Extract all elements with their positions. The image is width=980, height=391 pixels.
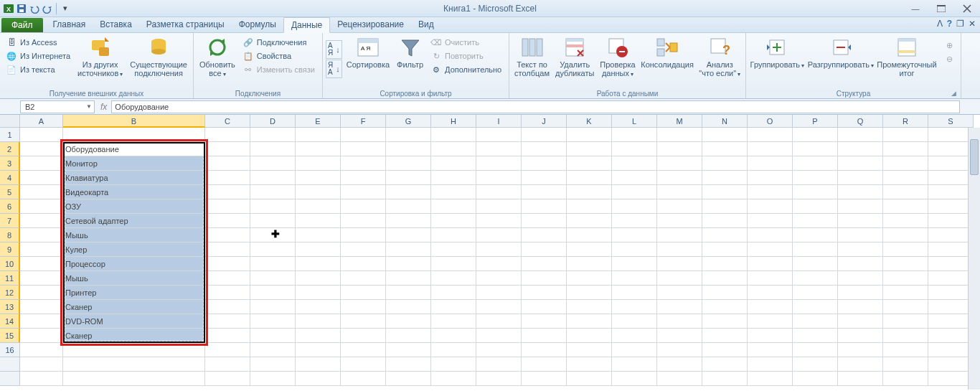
cell-D16[interactable] [250, 343, 296, 357]
cell-L8[interactable] [612, 228, 657, 242]
cell-N5[interactable] [702, 185, 748, 199]
refresh-all-button[interactable]: Обновить все▾ [197, 34, 238, 80]
cell-F13[interactable] [341, 300, 386, 314]
cell-H4[interactable] [431, 171, 476, 185]
cell-I1[interactable] [476, 128, 522, 142]
cell-F16[interactable] [341, 343, 386, 357]
cell-R7[interactable] [883, 214, 928, 228]
cell-H[interactable] [431, 357, 476, 372]
cell-R10[interactable] [883, 257, 928, 271]
cell-C9[interactable] [205, 242, 250, 257]
cell-S9[interactable] [928, 242, 974, 257]
cell-M3[interactable] [657, 156, 702, 171]
cell-P15[interactable] [793, 329, 838, 343]
cell-S10[interactable] [928, 257, 974, 271]
cell-B9[interactable]: Кулер [63, 242, 205, 257]
cell-M8[interactable] [657, 228, 702, 242]
cell-O10[interactable] [748, 257, 793, 271]
cell-Q3[interactable] [838, 156, 883, 171]
cell-J7[interactable] [522, 214, 567, 228]
cell-D3[interactable] [250, 156, 296, 171]
cell-L5[interactable] [612, 185, 657, 199]
cell-O14[interactable] [748, 314, 793, 329]
ungroup-button[interactable]: Разгруппировать▾ [807, 34, 875, 72]
col-header-A[interactable]: A [20, 115, 63, 128]
cell-Q5[interactable] [838, 185, 883, 199]
cell-K3[interactable] [567, 156, 612, 171]
cell-S3[interactable] [928, 156, 974, 171]
cell-I13[interactable] [476, 300, 522, 314]
cell-G13[interactable] [386, 300, 431, 314]
col-header-E[interactable]: E [296, 115, 341, 128]
cell-L2[interactable] [612, 142, 657, 156]
cell-I11[interactable] [476, 271, 522, 286]
cell-N11[interactable] [702, 271, 748, 286]
cell-Q1[interactable] [838, 128, 883, 142]
cell-L13[interactable] [612, 300, 657, 314]
cell-O[interactable] [748, 357, 793, 372]
cell-G5[interactable] [386, 185, 431, 199]
cell-H13[interactable] [431, 300, 476, 314]
cell-J4[interactable] [522, 171, 567, 185]
cell-F8[interactable] [341, 228, 386, 242]
cell-O13[interactable] [748, 300, 793, 314]
consolidate-button[interactable]: Консолидация [639, 34, 696, 70]
cell-O1[interactable] [748, 128, 793, 142]
cell-P14[interactable] [793, 314, 838, 329]
cell-R[interactable] [883, 357, 928, 372]
cell-R3[interactable] [883, 156, 928, 171]
from-text-button[interactable]: 📄Из текста [3, 63, 73, 76]
cell-F[interactable] [341, 357, 386, 372]
undo-icon[interactable] [29, 3, 40, 14]
minimize-ribbon-icon[interactable]: ᐱ [937, 19, 943, 29]
cell-H6[interactable] [431, 199, 476, 214]
cell-H[interactable] [431, 372, 476, 386]
cell-R15[interactable] [883, 329, 928, 343]
cell-P16[interactable] [793, 343, 838, 357]
cell-K10[interactable] [567, 257, 612, 271]
row-header-8[interactable]: 8 [0, 228, 20, 242]
col-header-J[interactable]: J [522, 115, 567, 128]
cell-J[interactable] [522, 357, 567, 372]
col-header-N[interactable]: N [702, 115, 748, 128]
row-header-[interactable] [0, 357, 20, 372]
cell-P7[interactable] [793, 214, 838, 228]
cell-L11[interactable] [612, 271, 657, 286]
cell-A16[interactable] [20, 343, 63, 357]
cell-P13[interactable] [793, 300, 838, 314]
cell-S8[interactable] [928, 228, 974, 242]
cell-G8[interactable] [386, 228, 431, 242]
text-to-columns-button[interactable]: Текст по столбцам [512, 34, 552, 79]
cell-F[interactable] [341, 372, 386, 386]
cell-I12[interactable] [476, 286, 522, 300]
data-validation-button[interactable]: Проверка данных▾ [598, 34, 637, 80]
cell-B13[interactable]: Сканер [63, 300, 205, 314]
cell-C[interactable] [205, 372, 250, 386]
cell-C8[interactable] [205, 228, 250, 242]
cell-B16[interactable] [63, 343, 205, 357]
cell-K13[interactable] [567, 300, 612, 314]
cell-K[interactable] [567, 357, 612, 372]
cell-F7[interactable] [341, 214, 386, 228]
cell-F1[interactable] [341, 128, 386, 142]
cell-Q10[interactable] [838, 257, 883, 271]
cell-L10[interactable] [612, 257, 657, 271]
cell-L1[interactable] [612, 128, 657, 142]
cell-J15[interactable] [522, 329, 567, 343]
cell-K5[interactable] [567, 185, 612, 199]
row-header-5[interactable]: 5 [0, 185, 20, 199]
cell-G1[interactable] [386, 128, 431, 142]
cell-O2[interactable] [748, 142, 793, 156]
row-header-11[interactable]: 11 [0, 271, 20, 286]
cell-J[interactable] [522, 372, 567, 386]
advanced-filter-button[interactable]: ⚙Дополнительно [428, 63, 504, 76]
cell-L15[interactable] [612, 329, 657, 343]
cell-G3[interactable] [386, 156, 431, 171]
cell-D10[interactable] [250, 257, 296, 271]
cell-F4[interactable] [341, 171, 386, 185]
tab-вставка[interactable]: Вставка [93, 17, 139, 32]
cell-Q[interactable] [838, 372, 883, 386]
cell-R11[interactable] [883, 271, 928, 286]
cell-F14[interactable] [341, 314, 386, 329]
cell-H16[interactable] [431, 343, 476, 357]
